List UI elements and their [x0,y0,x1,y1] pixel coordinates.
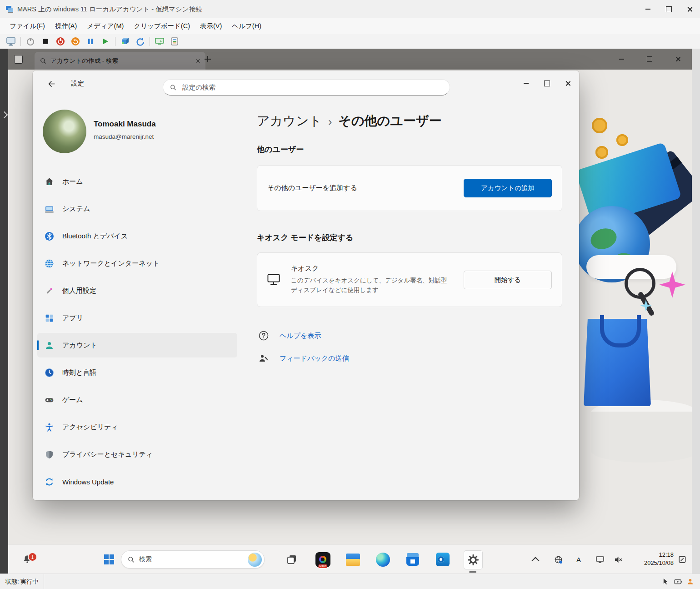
browser-tab-strip: アカウントの作成 - 検索 [8,49,692,70]
reset-button[interactable] [70,36,81,47]
vm-window-controls [637,0,700,18]
chevron-up-icon [532,557,540,564]
weather-icon[interactable] [248,553,262,567]
outlook-button[interactable] [434,550,452,569]
browser-tab-title: アカウントの作成 - 検索 [50,57,118,65]
breadcrumb-separator-icon: › [328,114,332,128]
taskbar-search-box[interactable]: 検索 [121,550,265,569]
kiosk-card: キオスク このデバイスをキオスクにして、デジタル署名、対話型ディスプレイなどに使… [257,252,562,307]
sidebar-item-network-internet[interactable]: ネットワークとインターネット [37,251,237,276]
ime-mode-button[interactable]: A [572,551,585,568]
sidebar-item-label: アプリ [62,314,83,322]
clock[interactable]: 12:18 2025/10/08 [644,551,674,567]
coin-graphic [592,118,607,133]
start-button[interactable] [100,550,118,569]
settings-app-button[interactable] [464,550,483,569]
tab-close-icon[interactable] [195,59,200,63]
pause-icon [85,36,95,46]
back-arrow-icon [47,80,56,88]
settings-content: アカウント › その他のユーザー 他のユーザー その他のユーザーを追加する アカ… [257,70,562,500]
menu-action[interactable]: 操作(A) [50,20,82,33]
vm-close-button[interactable] [679,0,700,18]
revert-button[interactable] [135,36,145,47]
feedback-icon [258,352,270,364]
microsoft-store-button[interactable] [404,550,422,569]
pause-button[interactable] [85,36,96,47]
m365-copilot-button[interactable]: M365 [314,550,332,569]
menu-file[interactable]: ファイル(F) [5,20,50,33]
kiosk-start-button[interactable]: 開始する [464,271,552,289]
sidebar-item-gaming[interactable]: ゲーム [37,388,237,412]
kiosk-icon [266,272,281,287]
add-account-button[interactable]: アカウントの追加 [464,179,552,197]
sidebar-item-label: アクセシビリティ [62,423,118,432]
task-view-icon [286,554,298,565]
share-button[interactable] [169,36,180,47]
help-row: ヘルプを表示 [258,330,321,342]
sidebar-item-system[interactable]: システム [37,196,237,221]
notification-app-button[interactable]: 1 [18,550,36,569]
menu-view[interactable]: 表示(V) [195,20,227,33]
touch-keyboard-button[interactable] [675,551,689,568]
menu-media[interactable]: メディア(M) [82,20,129,33]
sidebar-item-home[interactable]: ホーム [37,169,237,194]
chevron-right-icon[interactable] [1,111,8,119]
menu-help[interactable]: ヘルプ(H) [227,20,266,33]
revert-icon [135,36,145,46]
sidebar-item-accessibility[interactable]: アクセシビリティ [37,415,237,439]
browser-minimize-button[interactable] [607,49,635,70]
ctrl-alt-del-button[interactable] [5,36,16,47]
power-on-button[interactable] [25,36,36,47]
person-icon [45,341,54,350]
edge-button[interactable] [374,550,392,569]
update-icon [45,477,54,487]
stop-icon [40,36,50,46]
task-view-button[interactable] [283,550,301,569]
sidebar-item-apps[interactable]: アプリ [37,306,237,330]
browser-close-button[interactable] [664,49,692,70]
sidebar-item-windows-update[interactable]: Windows Update [37,469,237,494]
menu-clipboard[interactable]: クリップボード(C) [129,20,195,33]
shield-icon [45,450,54,459]
user-email: masuda@marenijr.net [94,133,154,140]
tray-date: 2025/10/08 [644,559,674,567]
feedback-link[interactable]: フィードバックの送信 [280,354,349,363]
sidebar-item-accounts[interactable]: アカウント [37,333,237,357]
enhanced-session-button[interactable] [154,36,165,47]
help-icon [258,330,270,342]
resume-button[interactable] [100,36,111,47]
new-tab-button[interactable] [205,56,211,62]
stop-button[interactable] [40,36,51,47]
checkpoint-icon [120,36,130,46]
page-title: その他のユーザー [338,112,441,130]
back-button[interactable] [44,77,59,90]
globe-icon [45,259,54,268]
sidebar-item-label: ゲーム [62,396,83,404]
volume-muted-button[interactable] [611,551,625,568]
close-icon [675,56,680,62]
help-link[interactable]: ヘルプを表示 [280,332,321,340]
breadcrumb-parent[interactable]: アカウント [257,112,322,130]
display-tray-button[interactable] [593,551,607,568]
file-explorer-button[interactable] [344,550,362,569]
browser-restore-button[interactable] [635,49,664,70]
browser-window-icon[interactable] [14,55,23,64]
sidebar-item-personalization[interactable]: 個人用設定 [37,278,237,303]
shutdown-button[interactable] [55,36,66,47]
vm-minimize-button[interactable] [637,0,658,18]
vm-maximize-button[interactable] [658,0,679,18]
kiosk-description: このデバイスをキオスクにして、デジタル署名、対話型ディスプレイなどに使用します [291,276,451,295]
sidebar-item-privacy-security[interactable]: プライバシーとセキュリティ [37,442,237,467]
network-status-button[interactable] [551,551,565,568]
share-icon [170,36,180,46]
tray-overflow-button[interactable] [529,551,542,568]
checkpoint-button[interactable] [120,36,130,47]
toolbar-separator [115,37,115,46]
pen-icon [678,555,686,564]
sidebar-item-time-language[interactable]: 時刻と言語 [37,360,237,385]
vm-right-margin [692,49,700,574]
sidebar-item-bluetooth-devices[interactable]: Bluetooth とデバイス [37,224,237,248]
browser-tab[interactable]: アカウントの作成 - 検索 [35,52,205,70]
enhanced-session-icon [155,36,165,46]
avatar[interactable] [43,110,86,153]
